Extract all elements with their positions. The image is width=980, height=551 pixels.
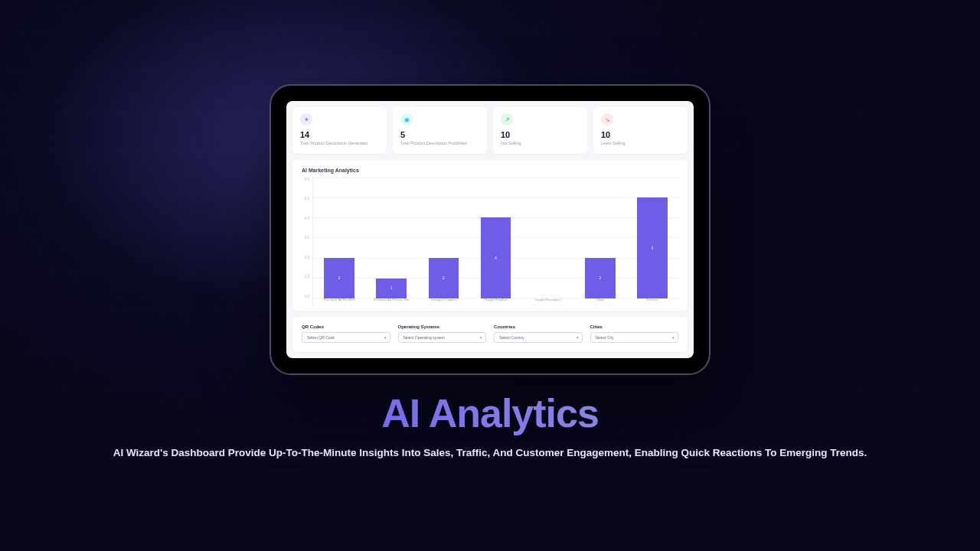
- stat-card-published: ◉ 5 Total Product Description Published: [393, 107, 487, 154]
- bar-column: 1: [365, 178, 417, 298]
- hero-subtitle: AI Wizard's Dashboard Provide Up-To-The-…: [0, 447, 980, 458]
- select-placeholder: Select Country: [499, 335, 524, 340]
- stat-label: Total Product Description Published: [400, 141, 479, 146]
- select-placeholder: Select QR Code: [307, 335, 335, 340]
- stat-card-generated: ✦ 14 Total Product Description Generated: [292, 107, 387, 154]
- trend-up-icon: ↗: [501, 113, 513, 126]
- dashboard-screen: ✦ 14 Total Product Description Generated…: [286, 101, 694, 358]
- chart-body: 6.05.04.03.02.01.00.0 212425 Facebook Ad…: [302, 178, 678, 306]
- bar-column: 2: [574, 178, 626, 298]
- x-tick: Instagram Caption: [417, 298, 469, 306]
- filter-operating-systems: Operating Systems Select Operating syste…: [398, 324, 487, 343]
- filter-label: Countries: [494, 324, 583, 329]
- chart-plot: 212425 Facebook Ad HeadlineFacebook Ad P…: [312, 178, 678, 306]
- bar-column: 4: [469, 178, 521, 298]
- y-tick: 0.0: [302, 295, 309, 298]
- filter-label: Cities: [590, 324, 679, 329]
- select-country[interactable]: Select Country: [494, 332, 583, 343]
- select-qr-code[interactable]: Select QR Code: [302, 332, 390, 343]
- y-tick: 1.0: [302, 275, 309, 279]
- x-tick: Tiktok: [574, 298, 626, 306]
- stat-card-least: ↘ 10 Least Selling: [593, 107, 688, 154]
- filter-cities: Cities Select City: [590, 324, 679, 343]
- sparkle-icon: ✦: [300, 113, 312, 126]
- y-tick: 2.0: [302, 256, 309, 259]
- select-city[interactable]: Select City: [590, 332, 679, 343]
- stat-value: 14: [300, 130, 379, 139]
- bar-column: [522, 178, 574, 298]
- chart-panel: AI Marketing Analytics 6.05.04.03.02.01.…: [292, 160, 688, 311]
- chart-x-axis: Facebook Ad HeadlineFacebook Ad Primary …: [313, 298, 678, 306]
- stat-card-hot: ↗ 10 Hot Selling: [493, 107, 587, 154]
- filter-qr-codes: QR Codes Select QR Code: [302, 324, 390, 343]
- y-tick: 6.0: [302, 178, 309, 181]
- badge-icon: ◉: [400, 113, 413, 126]
- y-tick: 4.0: [302, 217, 309, 220]
- select-placeholder: Select Operating system: [403, 335, 445, 340]
- x-tick: Facebook Ad Headline: [313, 298, 365, 306]
- hero-title: AI Analytics: [0, 390, 980, 436]
- hero-section: AI Analytics AI Wizard's Dashboard Provi…: [0, 390, 980, 458]
- y-tick: 3.0: [302, 236, 309, 240]
- bar-column: 5: [626, 178, 678, 298]
- stat-label: Total Product Description Generated: [300, 141, 379, 146]
- filter-countries: Countries Select Country: [494, 324, 583, 343]
- x-tick: Pinterest: [626, 298, 678, 306]
- chart-bar[interactable]: 2: [324, 258, 354, 298]
- chart-bar[interactable]: 2: [585, 258, 616, 298]
- chart-title: AI Marketing Analytics: [302, 168, 678, 173]
- select-placeholder: Select City: [596, 335, 614, 340]
- filters-panel: QR Codes Select QR Code Operating System…: [292, 317, 688, 352]
- chart-bar[interactable]: 4: [481, 217, 511, 298]
- stat-value: 10: [501, 130, 580, 139]
- chart-bar[interactable]: 2: [429, 258, 459, 298]
- stat-value: 5: [400, 130, 479, 139]
- select-operating-system[interactable]: Select Operating system: [398, 332, 487, 343]
- stat-label: Least Selling: [601, 141, 680, 146]
- x-tick: Google Headline: [469, 298, 521, 306]
- chart-bars: 212425: [313, 178, 678, 298]
- bar-column: 2: [313, 178, 365, 298]
- x-tick: Facebook Ad Primary Text: [365, 298, 417, 306]
- stat-label: Hot Selling: [501, 141, 580, 146]
- filter-label: Operating Systems: [398, 324, 487, 329]
- chart-bar[interactable]: 5: [637, 197, 668, 298]
- trend-down-icon: ↘: [601, 113, 613, 126]
- filter-label: QR Codes: [302, 324, 390, 329]
- bar-column: 2: [417, 178, 469, 298]
- y-tick: 5.0: [302, 197, 309, 201]
- x-tick: Google Description: [522, 298, 574, 306]
- chart-y-axis: 6.05.04.03.02.01.00.0: [302, 178, 312, 306]
- stat-value: 10: [601, 130, 680, 139]
- tablet-frame: ✦ 14 Total Product Description Generated…: [270, 84, 710, 375]
- stats-row: ✦ 14 Total Product Description Generated…: [292, 107, 688, 154]
- chart-bar[interactable]: 1: [376, 279, 407, 298]
